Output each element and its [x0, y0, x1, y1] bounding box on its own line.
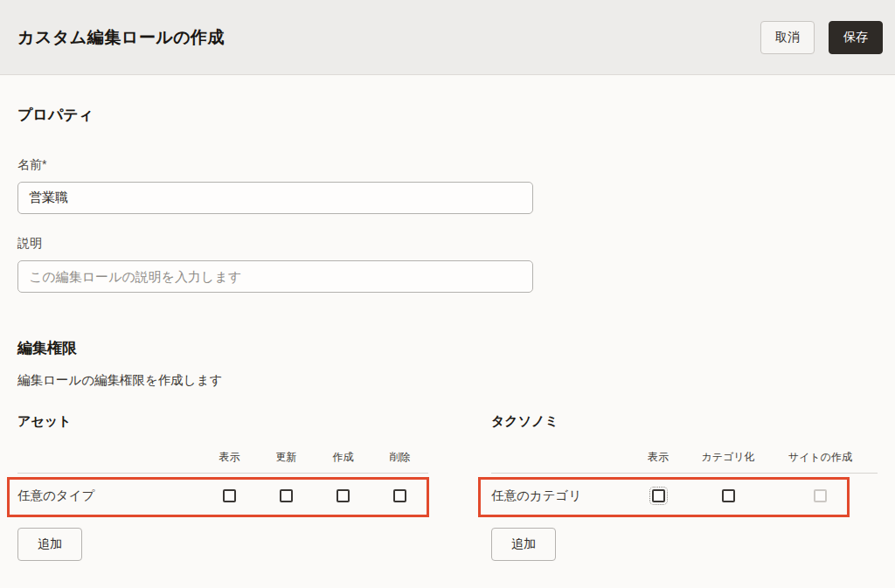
- name-field-block: 名前*: [17, 157, 878, 214]
- taxonomy-column-categorize: カテゴリ化: [693, 450, 763, 465]
- asset-table-heading: アセット: [17, 413, 428, 430]
- save-button[interactable]: 保存: [829, 21, 883, 54]
- name-label: 名前*: [17, 157, 878, 173]
- taxonomy-any-category-row: 任意のカテゴリ: [491, 474, 878, 517]
- properties-section-heading: プロパティ: [17, 105, 878, 125]
- asset-any-type-row: 任意のタイプ: [17, 474, 428, 517]
- description-input[interactable]: [17, 260, 533, 293]
- taxonomy-add-button[interactable]: 追加: [491, 528, 556, 561]
- asset-column-update: 更新: [258, 450, 315, 465]
- asset-delete-checkbox[interactable]: [393, 489, 406, 502]
- taxonomy-row-label: 任意のカテゴリ: [491, 488, 623, 504]
- description-label: 説明: [17, 236, 878, 252]
- asset-column-create: 作成: [315, 450, 371, 465]
- taxonomy-view-checkbox[interactable]: [652, 489, 665, 502]
- taxonomy-site-create-checkbox: [814, 489, 827, 502]
- permissions-columns: アセット 表示 更新 作成 削除 任意のタイプ 追加 タクソノミ: [17, 413, 878, 561]
- permissions-subtitle: 編集ロールの編集権限を作成します: [17, 372, 878, 389]
- page-header: カスタム編集ロールの作成 取消 保存: [0, 0, 895, 75]
- asset-row-label: 任意のタイプ: [17, 488, 201, 504]
- asset-add-button[interactable]: 追加: [17, 528, 82, 561]
- main-content: プロパティ 名前* 説明 編集権限 編集ロールの編集権限を作成します アセット …: [0, 105, 895, 561]
- asset-column-view: 表示: [201, 450, 258, 465]
- page-title: カスタム編集ロールの作成: [17, 26, 225, 49]
- taxonomy-table-heading: タクソノミ: [491, 413, 878, 430]
- asset-permissions-table: アセット 表示 更新 作成 削除 任意のタイプ 追加: [17, 413, 428, 561]
- asset-update-checkbox[interactable]: [280, 489, 293, 502]
- permissions-section-heading: 編集権限: [17, 338, 878, 358]
- taxonomy-column-view: 表示: [623, 450, 693, 465]
- header-actions: 取消 保存: [760, 21, 883, 54]
- taxonomy-table-header-row: 表示 カテゴリ化 サイトの作成: [491, 446, 878, 474]
- asset-column-delete: 削除: [371, 450, 428, 465]
- asset-view-checkbox[interactable]: [223, 489, 236, 502]
- taxonomy-permissions-table: タクソノミ 表示 カテゴリ化 サイトの作成 任意のカテゴリ 追加: [491, 413, 878, 561]
- description-field-block: 説明: [17, 236, 878, 293]
- name-input[interactable]: [17, 182, 533, 214]
- asset-create-checkbox[interactable]: [336, 489, 350, 502]
- taxonomy-column-site-create: サイトの作成: [763, 450, 878, 465]
- taxonomy-categorize-checkbox[interactable]: [722, 489, 735, 502]
- cancel-button[interactable]: 取消: [760, 21, 815, 54]
- asset-table-header-row: 表示 更新 作成 削除: [17, 446, 428, 474]
